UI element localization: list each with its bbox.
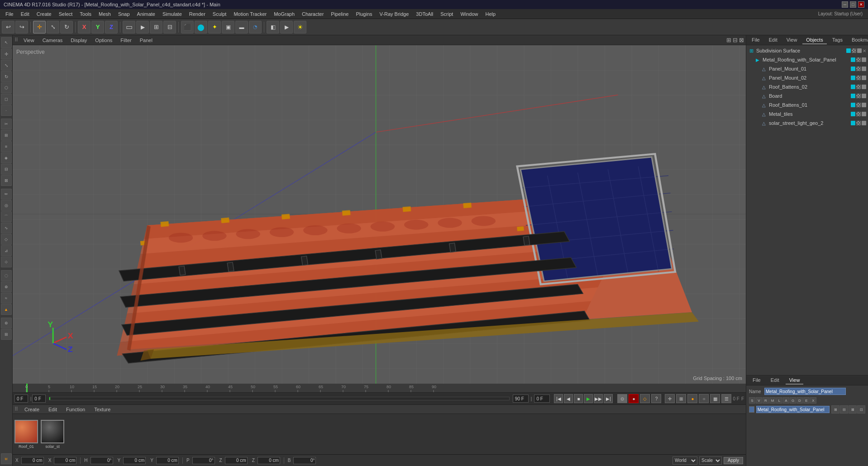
viewport-canvas[interactable]: X Z Y — [13, 45, 746, 384]
render-to-picture-button[interactable]: ⊞ — [150, 21, 162, 33]
menu-window[interactable]: Window — [457, 10, 482, 18]
menu-create[interactable]: Create — [33, 10, 55, 18]
sculpt-tool[interactable]: ⊛ — [1, 318, 12, 328]
y-axis-button[interactable]: Y — [91, 21, 104, 33]
menu-pipeline[interactable]: Pipeline — [327, 10, 352, 18]
bd-vis-2[interactable] — [856, 94, 861, 98]
preview-icon-2[interactable]: ⊟ — [840, 405, 848, 414]
preview-icon-4[interactable]: ⊡ — [857, 405, 865, 414]
render-region-button[interactable]: ▭ — [123, 21, 135, 33]
menu-file[interactable]: File — [2, 10, 17, 18]
display-mode-button[interactable]: ◧ — [267, 21, 279, 33]
light-button[interactable]: ✦ — [208, 21, 221, 33]
tree-item-solar-geo[interactable]: △ solar_street_light_geo_2 — [746, 119, 868, 128]
close-button[interactable]: ✕ — [858, 1, 864, 8]
menu-character[interactable]: Character — [298, 10, 327, 18]
timeline-view-button[interactable]: ☰ — [721, 394, 731, 403]
attr-icon-10[interactable]: X — [810, 397, 816, 404]
material-slot-roof[interactable]: Roof_01 — [14, 420, 38, 449]
tree-item-roof-battens-02[interactable]: △ Roof_Battens_02 — [746, 82, 868, 91]
sg-vis-3[interactable] — [862, 121, 866, 125]
m1-vis-2[interactable] — [856, 67, 861, 71]
auto-record-button[interactable]: ● — [629, 394, 639, 403]
undo-button[interactable]: ↩ — [2, 21, 14, 33]
light-editor-button[interactable]: ☀ — [294, 21, 306, 33]
end-frame-field[interactable]: 90 F — [513, 395, 529, 403]
rb2-vis-3[interactable] — [862, 85, 866, 89]
vp-menu-view[interactable]: View — [21, 37, 37, 43]
menu-simulate[interactable]: Simulate — [159, 10, 186, 18]
h-coord-field[interactable] — [91, 457, 113, 464]
attr-icon-1[interactable]: S — [749, 397, 755, 404]
fit-viewport-icon[interactable]: ⊞ — [726, 37, 731, 43]
vis-dot-3[interactable] — [857, 48, 862, 53]
keyframe-button[interactable]: ◇ — [640, 394, 650, 403]
color-swatch[interactable] — [749, 406, 754, 413]
collapse-icon[interactable]: ✕ — [863, 48, 866, 53]
tree-item-metal-tiles[interactable]: △ Metal_tiles — [746, 109, 868, 119]
m2-vis-3[interactable] — [862, 76, 866, 80]
scene-tab-objects[interactable]: Objects — [802, 36, 826, 44]
preview-icon-3[interactable]: ⊠ — [849, 405, 857, 414]
mat-menu-function[interactable]: Function — [63, 406, 88, 413]
render-button[interactable]: ▶ — [136, 21, 149, 33]
scale-left-tool[interactable]: ⤡ — [1, 60, 12, 71]
tree-item-metal-roofing[interactable]: ▶ Metal_Roofing_with_Solar_Panel — [746, 55, 868, 64]
world-select[interactable]: World Object Local — [672, 456, 697, 465]
go-to-end-button[interactable]: ▶| — [604, 394, 613, 403]
select-tool[interactable]: ↖ — [1, 37, 12, 48]
scene-tab-view[interactable]: View — [783, 36, 801, 44]
minimize-button[interactable]: ─ — [842, 1, 848, 8]
attr-icon-3[interactable]: R — [763, 397, 769, 404]
attr-icon-5[interactable]: L — [776, 397, 782, 404]
bend-tool[interactable]: ⌒ — [1, 211, 12, 222]
menu-edit[interactable]: Edit — [17, 10, 33, 18]
frame-field-2[interactable]: 0 F — [32, 395, 46, 403]
record-mode-3[interactable]: ● — [687, 394, 697, 403]
attr-icon-2[interactable]: V — [756, 397, 762, 404]
rb2-vis-2[interactable] — [856, 85, 861, 89]
attr-icon-7[interactable]: G — [790, 397, 796, 404]
move-tool-button[interactable]: ✛ — [33, 21, 46, 33]
shear-tool[interactable]: ◇ — [1, 234, 12, 245]
sg-vis-1[interactable] — [851, 121, 855, 125]
current-frame-field[interactable]: 0 F — [14, 395, 28, 403]
vis-dot-1[interactable] — [846, 48, 851, 53]
m1-vis-1[interactable] — [851, 67, 855, 71]
redo-button[interactable]: ↪ — [15, 21, 28, 33]
rb1-vis-2[interactable] — [856, 103, 861, 107]
attr-tab-file[interactable]: File — [749, 376, 764, 385]
move-left-tool[interactable]: ✛ — [1, 48, 12, 59]
extrude-tool[interactable]: ⊞ — [1, 130, 12, 141]
mt-vis-1[interactable] — [851, 112, 855, 116]
menu-mesh[interactable]: Mesh — [95, 10, 114, 18]
weight-tool[interactable]: ⊕ — [1, 281, 12, 292]
rb1-vis-1[interactable] — [851, 103, 855, 107]
floor-button[interactable]: ▬ — [235, 21, 248, 33]
fps-field[interactable]: 0 F — [534, 395, 550, 403]
scale-select[interactable]: Scale — [699, 456, 722, 465]
roof-vis-2[interactable] — [856, 57, 861, 62]
record-mode-4[interactable]: ○ — [699, 394, 709, 403]
y-coord-field[interactable] — [123, 457, 146, 464]
render-settings-button[interactable]: ⊟ — [163, 21, 176, 33]
sky-button[interactable]: ◔ — [249, 21, 262, 33]
rb2-vis-1[interactable] — [851, 85, 855, 89]
material-slot-solar[interactable]: solar_st — [41, 420, 64, 449]
tree-item-panel-mount-02[interactable]: △ Panel_Mount_02 — [746, 73, 868, 82]
menu-mograph[interactable]: MoGraph — [270, 10, 298, 18]
camera-button[interactable]: ▣ — [222, 21, 234, 33]
mat-menu-texture[interactable]: Texture — [91, 406, 113, 413]
rotate-left-tool[interactable]: ↻ — [1, 71, 12, 82]
menu-snap[interactable]: Snap — [114, 10, 134, 18]
bevel-tool[interactable]: ◈ — [1, 152, 12, 163]
attr-icon-6[interactable]: A — [783, 397, 789, 404]
slide-tool[interactable]: ⊠ — [1, 175, 12, 186]
m2-vis-2[interactable] — [856, 76, 861, 80]
b-coord-field[interactable] — [293, 457, 316, 464]
object-name-field[interactable] — [756, 406, 830, 413]
viewport-settings-icon[interactable]: ⊟ — [733, 37, 738, 43]
x-axis-button[interactable]: X — [78, 21, 91, 33]
bridge-tool[interactable]: ≡ — [1, 141, 12, 152]
mt-vis-3[interactable] — [862, 112, 866, 116]
